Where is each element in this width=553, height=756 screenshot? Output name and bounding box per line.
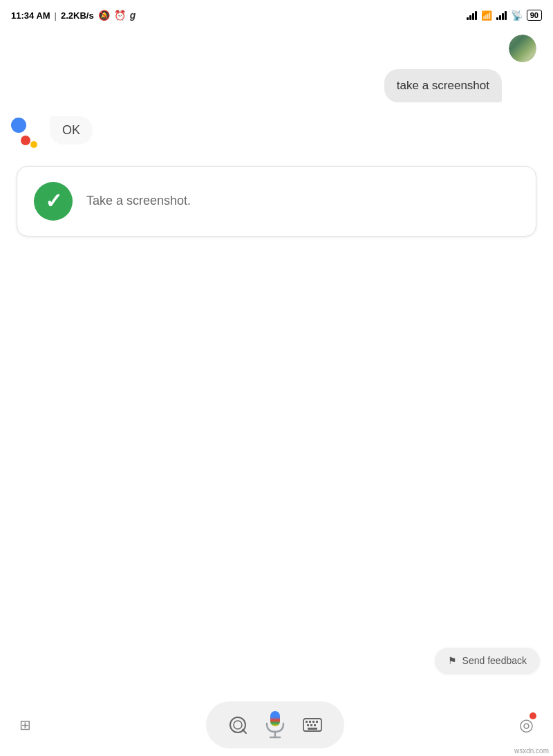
svg-rect-7	[306, 721, 308, 723]
svg-rect-10	[316, 721, 318, 723]
data-icon: 📶	[481, 10, 492, 21]
send-feedback-button[interactable]: ⚑ Send feedback	[435, 648, 539, 673]
status-right: 📶 📡 90	[467, 10, 542, 21]
svg-rect-9	[312, 721, 315, 723]
action-card-text: Take a screenshot.	[86, 192, 191, 210]
status-bar: 11:34 AM | 2.2KB/s 🔕 ⏰ g 📶 📡 90	[0, 0, 553, 28]
svg-rect-12	[310, 724, 312, 726]
speed-display: 2.2KB/s	[61, 10, 94, 21]
input-controls	[206, 701, 344, 748]
assistant-bubble: OK	[50, 116, 93, 145]
svg-rect-11	[307, 724, 309, 726]
battery-display: 90	[527, 10, 542, 21]
mic-icon	[264, 710, 286, 740]
svg-rect-3	[270, 711, 280, 726]
user-avatar	[509, 35, 536, 62]
assistant-dots	[11, 118, 41, 148]
google-assistant-logo	[11, 118, 46, 152]
dot-blue	[11, 118, 26, 133]
dot-red	[21, 136, 30, 145]
keyboard-icon	[303, 718, 322, 732]
user-bubble: take a screenshot	[384, 69, 502, 102]
svg-rect-14	[308, 728, 317, 730]
assistant-message-container: OK	[11, 116, 542, 152]
svg-rect-8	[309, 721, 311, 723]
time-display: 11:34 AM	[11, 10, 50, 21]
mute-icon: 🔕	[98, 10, 110, 21]
signal-bars-icon	[467, 10, 477, 20]
alarm-icon: ⏰	[114, 10, 126, 21]
mic-button[interactable]	[264, 710, 286, 740]
wifi-icon: 📡	[511, 10, 523, 21]
feedback-label: Send feedback	[462, 655, 527, 666]
card-view-icon: ⊞	[19, 717, 31, 733]
svg-point-1	[234, 721, 242, 729]
checkmark-icon: ✓	[45, 191, 62, 212]
compass-badge	[529, 712, 536, 719]
status-left: 11:34 AM | 2.2KB/s 🔕 ⏰ g	[11, 10, 135, 21]
user-message-container: take a screenshot	[11, 35, 542, 102]
separator: |	[55, 10, 57, 21]
svg-rect-13	[314, 724, 316, 726]
chat-area: take a screenshot OK ✓ Take a screenshot…	[0, 28, 553, 252]
explore-button[interactable]: ◎	[514, 710, 539, 740]
card-view-button[interactable]: ⊞	[14, 711, 37, 739]
action-card: ✓ Take a screenshot.	[17, 166, 536, 237]
watermark: wsxdn.com	[514, 747, 549, 755]
g-icon: g	[130, 10, 136, 21]
dot-yellow	[30, 141, 37, 148]
lens-icon	[228, 715, 247, 735]
lens-button[interactable]	[228, 715, 247, 735]
checkmark-circle: ✓	[34, 182, 73, 221]
compass-container: ◎	[519, 715, 534, 735]
svg-line-2	[243, 730, 246, 733]
signal-bars-2-icon	[496, 10, 507, 20]
user-avatar-image	[509, 35, 536, 62]
bottom-toolbar: ⊞	[0, 694, 553, 756]
feedback-icon: ⚑	[448, 655, 457, 666]
keyboard-button[interactable]	[303, 718, 322, 732]
